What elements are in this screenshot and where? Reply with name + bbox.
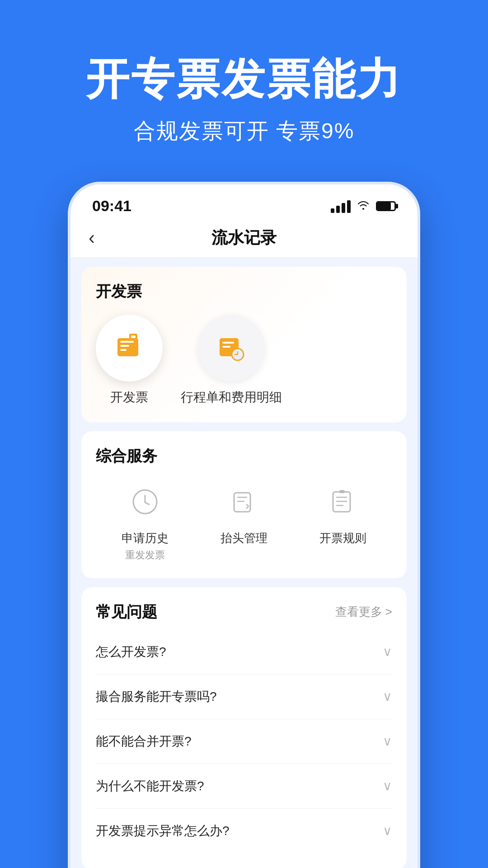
service-item-1[interactable]: 抬头管理 xyxy=(221,479,267,546)
faq-card: 常见问题 查看更多 > 怎么开发票? ∨ 撮合服务能开专票吗? ∨ 能不能合并开… xyxy=(81,587,407,868)
service-sub-0: 重发发票 xyxy=(125,548,165,562)
service-item-2[interactable]: 开票规则 xyxy=(319,479,366,546)
service-label-1: 抬头管理 xyxy=(221,530,267,546)
faq-item-3[interactable]: 为什么不能开发票? ∨ xyxy=(96,764,392,809)
faq-item-1[interactable]: 撮合服务能开专票吗? ∨ xyxy=(96,675,392,719)
faq-chevron-1: ∨ xyxy=(383,689,392,704)
svg-rect-8 xyxy=(222,346,230,348)
faq-question-1: 撮合服务能开专票吗? xyxy=(96,688,217,705)
invoice-icon-1 xyxy=(215,332,248,364)
service-icon-rules xyxy=(320,479,366,524)
page-title: 流水记录 xyxy=(211,227,277,249)
faq-chevron-3: ∨ xyxy=(383,778,392,793)
invoice-label-0: 开发票 xyxy=(110,389,148,406)
battery-icon xyxy=(376,201,396,211)
status-time: 09:41 xyxy=(92,197,131,215)
phone-wrapper: 09:41 ‹ 流水记录 xyxy=(0,182,488,868)
svg-rect-13 xyxy=(339,490,345,493)
hero-section: 开专票发票能力 合规发票可开 专票9% xyxy=(0,0,488,182)
faq-list: 怎么开发票? ∨ 撮合服务能开专票吗? ∨ 能不能合并开票? ∨ 为什么不能开发… xyxy=(96,630,392,853)
faq-chevron-4: ∨ xyxy=(383,823,392,838)
svg-rect-1 xyxy=(120,341,134,343)
hero-subtitle: 合规发票可开 专票9% xyxy=(27,117,461,146)
invoice-icon-circle-1 xyxy=(198,315,265,382)
invoice-icon-circle-0 xyxy=(96,315,163,382)
status-icons xyxy=(331,199,396,213)
faq-chevron-2: ∨ xyxy=(383,734,392,749)
service-label-0: 申请历史 xyxy=(122,530,169,546)
wifi-icon xyxy=(357,199,370,213)
signal-icon xyxy=(331,199,351,213)
hero-title: 开专票发票能力 xyxy=(27,54,461,104)
invoice-icons-row: 开发票 行程单和费用明细 xyxy=(96,315,392,406)
invoice-card: 开发票 xyxy=(81,267,407,422)
faq-item-2[interactable]: 能不能合并开票? ∨ xyxy=(96,719,392,764)
service-icon-header xyxy=(221,479,267,524)
service-section-title: 综合服务 xyxy=(96,446,392,467)
invoice-label-1: 行程单和费用明细 xyxy=(181,389,282,406)
invoice-item-1[interactable]: 行程单和费用明细 xyxy=(181,315,282,406)
invoice-icon-0 xyxy=(113,332,145,364)
service-label-2: 开票规则 xyxy=(319,530,366,546)
faq-more-button[interactable]: 查看更多 > xyxy=(335,604,392,620)
svg-rect-3 xyxy=(120,349,127,351)
faq-question-4: 开发票提示异常怎么办? xyxy=(96,822,230,840)
back-button[interactable]: ‹ xyxy=(89,228,95,247)
faq-title: 常见问题 xyxy=(96,602,157,623)
invoice-item-0[interactable]: 开发票 xyxy=(96,315,163,406)
phone-shell: 09:41 ‹ 流水记录 xyxy=(68,182,420,868)
faq-header: 常见问题 查看更多 > xyxy=(96,602,392,623)
nav-bar: ‹ 流水记录 xyxy=(70,220,418,258)
svg-rect-11 xyxy=(234,493,250,512)
svg-rect-7 xyxy=(222,342,234,344)
faq-item-4[interactable]: 开发票提示异常怎么办? ∨ xyxy=(96,809,392,853)
svg-rect-5 xyxy=(131,335,136,338)
faq-chevron-0: ∨ xyxy=(383,644,392,659)
status-bar: 09:41 xyxy=(70,184,418,220)
faq-question-2: 能不能合并开票? xyxy=(96,733,192,750)
service-card: 综合服务 申请历史 重发发票 xyxy=(81,431,407,578)
service-items-row: 申请历史 重发发票 抬头管理 xyxy=(96,479,392,561)
faq-question-0: 怎么开发票? xyxy=(96,643,166,660)
svg-rect-2 xyxy=(120,345,129,347)
service-item-0[interactable]: 申请历史 重发发票 xyxy=(122,479,169,561)
faq-question-3: 为什么不能开发票? xyxy=(96,778,204,795)
faq-item-0[interactable]: 怎么开发票? ∨ xyxy=(96,630,392,675)
service-icon-history xyxy=(122,479,168,524)
invoice-section-title: 开发票 xyxy=(96,281,392,302)
content-area: 开发票 xyxy=(70,258,418,868)
